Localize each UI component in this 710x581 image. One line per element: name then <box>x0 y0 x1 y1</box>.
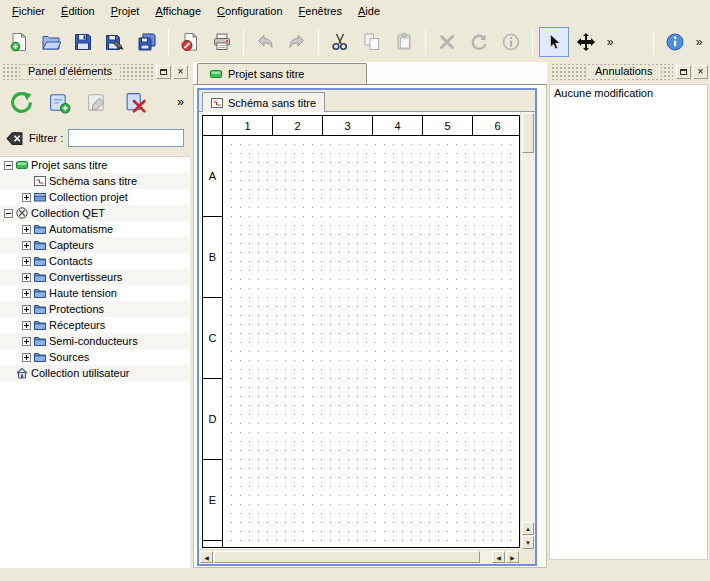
vertical-scroll-thumb[interactable] <box>522 113 534 153</box>
toolbar-overflow-button-2[interactable]: » <box>692 29 706 55</box>
schema-grid-canvas[interactable] <box>224 137 519 547</box>
menu-edition[interactable]: Édition <box>53 2 103 20</box>
elements-panel-title: Panel d'éléments <box>20 65 120 77</box>
horizontal-scrollbar[interactable]: ◀ ◀ ▶ <box>199 549 520 564</box>
vertical-scrollbar[interactable]: ▲ ▼ <box>520 112 535 549</box>
select-tool-button[interactable] <box>539 27 569 57</box>
tree-item-semi-conducteurs[interactable]: Semi-conducteurs <box>0 333 190 349</box>
filter-input[interactable] <box>68 129 184 147</box>
paste-button[interactable] <box>389 27 419 57</box>
menu-fenetres[interactable]: Fenêtres <box>291 2 350 20</box>
redo-button[interactable] <box>282 27 312 57</box>
new-document-button[interactable] <box>4 27 34 57</box>
filter-label: Filtrer : <box>29 132 63 144</box>
workspace-area: Projet sans titre Schéma sans titre <box>193 62 547 568</box>
ruler-col-cell: 3 <box>323 116 373 135</box>
main-toolbar: » » <box>0 22 710 62</box>
rotate-button[interactable] <box>464 27 494 57</box>
delete-icon <box>437 32 457 52</box>
undo-panel-titlebar[interactable]: Annulations × <box>551 64 708 80</box>
float-undo-panel-button[interactable] <box>676 65 691 79</box>
close-panel-button[interactable]: × <box>173 65 188 79</box>
elements-panel: Panel d'éléments × » <box>0 64 190 568</box>
horizontal-scroll-thumb[interactable] <box>214 551 480 563</box>
scroll-up-button[interactable]: ▲ <box>522 522 534 535</box>
close-undo-panel-button[interactable]: × <box>693 65 708 79</box>
print-button[interactable] <box>207 27 237 57</box>
clear-filter-button[interactable] <box>6 129 24 147</box>
elements-tree: Projet sans titre Schéma sans titre Coll… <box>0 156 190 568</box>
tree-item-label: Capteurs <box>49 239 94 251</box>
expand-icon[interactable] <box>22 289 31 298</box>
expand-icon[interactable] <box>22 273 31 282</box>
tree-item-automatisme[interactable]: Automatisme <box>0 221 190 237</box>
reload-collections-button[interactable] <box>6 87 36 117</box>
tree-item-sources[interactable]: Sources <box>0 349 190 365</box>
scroll-right-button[interactable]: ▶ <box>506 551 519 563</box>
project-tab-bar: Projet sans titre <box>193 62 547 84</box>
expand-icon[interactable] <box>22 337 31 346</box>
tree-item-collection-qet[interactable]: Collection QET <box>0 205 190 221</box>
menu-affichage[interactable]: Affichage <box>147 2 209 20</box>
move-tool-button[interactable] <box>571 27 601 57</box>
delete-element-button[interactable] <box>120 87 150 117</box>
schema-sheet[interactable]: 1 2 3 4 5 6 A B C D <box>202 115 520 548</box>
save-all-button[interactable] <box>132 27 162 57</box>
element-info-button[interactable] <box>496 27 526 57</box>
tree-item-haute-tension[interactable]: Haute tension <box>0 285 190 301</box>
edit-element-button[interactable] <box>82 87 112 117</box>
tree-item-schema-sans-titre[interactable]: Schéma sans titre <box>0 173 190 189</box>
tab-schema-sans-titre[interactable]: Schéma sans titre <box>202 92 325 112</box>
expand-icon[interactable] <box>22 225 31 234</box>
elements-panel-titlebar[interactable]: Panel d'éléments × <box>2 64 188 80</box>
save-as-button[interactable] <box>100 27 130 57</box>
save-all-icon <box>137 32 157 52</box>
float-panel-button[interactable] <box>156 65 171 79</box>
schema-tab-label: Schéma sans titre <box>228 97 316 109</box>
collapse-icon[interactable] <box>4 209 13 218</box>
schema-icon <box>34 175 46 187</box>
menu-configuration[interactable]: Configuration <box>209 2 290 20</box>
menu-fichier[interactable]: Fichier <box>4 2 53 20</box>
menu-projet[interactable]: Projet <box>103 2 148 20</box>
ruler-col-cell: 2 <box>273 116 323 135</box>
copy-button[interactable] <box>357 27 387 57</box>
tree-item-contacts[interactable]: Contacts <box>0 253 190 269</box>
tree-item-recepteurs[interactable]: Récepteurs <box>0 317 190 333</box>
toolbar-separator <box>653 29 654 55</box>
panel-toolbar-overflow-button[interactable]: » <box>177 95 184 109</box>
collapse-icon[interactable] <box>4 161 13 170</box>
move-cross-icon <box>576 32 596 52</box>
toolbar-overflow-button[interactable]: » <box>603 29 617 55</box>
expand-icon[interactable] <box>22 257 31 266</box>
scroll-left-button[interactable]: ◀ <box>200 551 213 563</box>
expand-icon[interactable] <box>22 241 31 250</box>
status-bar <box>0 568 710 581</box>
tree-item-collection-projet[interactable]: Collection projet <box>0 189 190 205</box>
save-button[interactable] <box>68 27 98 57</box>
tree-item-protections[interactable]: Protections <box>0 301 190 317</box>
filter-row: Filtrer : <box>0 126 190 150</box>
undo-button[interactable] <box>250 27 280 57</box>
open-project-button[interactable] <box>36 27 66 57</box>
new-element-button[interactable] <box>44 87 74 117</box>
ruler-columns: 1 2 3 4 5 6 <box>223 116 519 136</box>
tree-item-convertisseurs[interactable]: Convertisseurs <box>0 269 190 285</box>
tab-projet-sans-titre[interactable]: Projet sans titre <box>197 63 367 84</box>
cut-button[interactable] <box>325 27 355 57</box>
scroll-down-button[interactable]: ▼ <box>522 536 534 549</box>
scroll-left-button-secondary[interactable]: ◀ <box>492 551 505 563</box>
tree-item-capteurs[interactable]: Capteurs <box>0 237 190 253</box>
expand-icon[interactable] <box>22 353 31 362</box>
menu-aide[interactable]: Aide <box>350 2 388 20</box>
scrollbar-corner <box>520 549 535 564</box>
tree-item-projet-sans-titre[interactable]: Projet sans titre <box>0 157 190 173</box>
expand-icon[interactable] <box>22 321 31 330</box>
project-info-button[interactable] <box>660 27 690 57</box>
delete-element-icon <box>124 91 147 114</box>
expand-icon[interactable] <box>22 305 31 314</box>
close-project-button[interactable] <box>175 27 205 57</box>
tree-item-collection-utilisateur[interactable]: Collection utilisateur <box>0 365 190 381</box>
expand-icon[interactable] <box>22 193 31 202</box>
delete-button[interactable] <box>432 27 462 57</box>
